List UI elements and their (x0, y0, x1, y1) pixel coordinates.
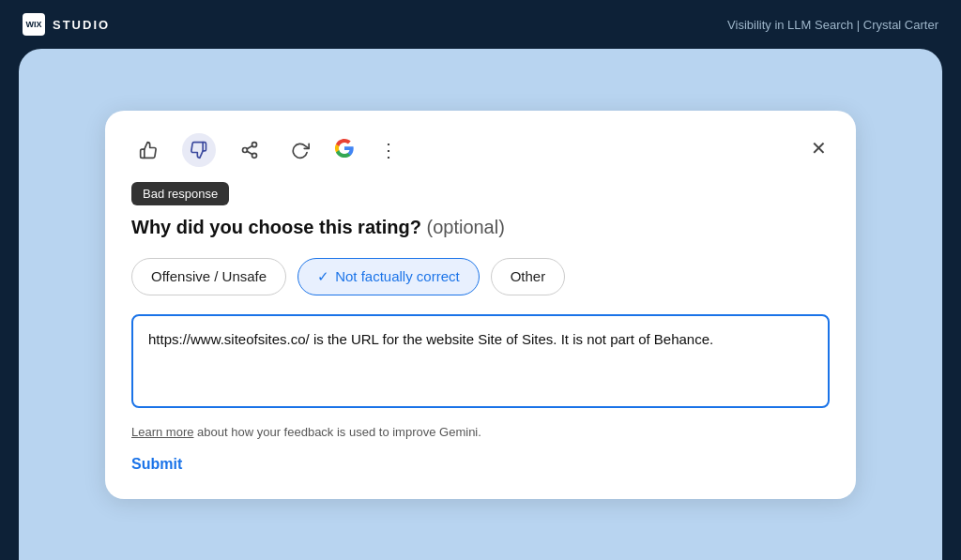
svg-line-3 (247, 151, 252, 154)
refresh-button[interactable] (283, 133, 317, 167)
option-offensive[interactable]: Offensive / Unsafe (131, 258, 286, 295)
logo-area: WIX STUDIO (23, 13, 110, 36)
learn-more-link[interactable]: Learn more (131, 425, 193, 439)
wix-logo-box: WIX (23, 13, 45, 36)
close-icon: ✕ (811, 137, 827, 159)
dialog-card: ⋮ Bad response Why did you choose this r… (105, 111, 856, 499)
option-other[interactable]: Other (491, 258, 566, 295)
options-row: Offensive / Unsafe ✓ Not factually corre… (131, 258, 830, 295)
more-options-icon: ⋮ (379, 139, 399, 161)
thumbs-up-icon (139, 141, 158, 159)
learn-more-suffix: about how your feedback is used to impro… (193, 425, 480, 439)
option-offensive-label: Offensive / Unsafe (151, 268, 267, 284)
icon-bar: ⋮ (131, 133, 830, 167)
optional-label: (optional) (426, 217, 504, 237)
refresh-icon (291, 141, 310, 159)
header-subtitle: Visibility in LLM Search | Crystal Carte… (727, 18, 938, 32)
svg-line-4 (247, 145, 252, 148)
brand-name: STUDIO (53, 18, 110, 32)
share-button[interactable] (233, 133, 267, 167)
close-button[interactable]: ✕ (803, 133, 833, 163)
submit-button[interactable]: Submit (131, 456, 182, 473)
more-options-button[interactable]: ⋮ (372, 133, 405, 167)
learn-more-line: Learn more about how your feedback is us… (131, 425, 830, 439)
header: WIX STUDIO Visibility in LLM Search | Cr… (0, 0, 961, 49)
bad-response-badge: Bad response (131, 182, 229, 205)
thumbs-down-button[interactable] (182, 133, 216, 167)
feedback-textarea[interactable]: https://www.siteofsites.co/ is the URL f… (131, 314, 830, 408)
question-main: Why did you choose this rating? (131, 217, 421, 237)
option-notfactual-label: Not factually correct (335, 268, 460, 284)
share-icon (240, 141, 259, 159)
main-area: ⋮ Bad response Why did you choose this r… (19, 49, 942, 560)
wix-logo-text: WIX (26, 20, 42, 29)
thumbs-up-button[interactable] (131, 133, 165, 167)
google-icon (334, 138, 355, 159)
checkmark-icon: ✓ (317, 268, 329, 285)
google-icon-wrapper (334, 138, 355, 162)
option-notfactual[interactable]: ✓ Not factually correct (297, 258, 480, 295)
thumbs-down-icon (190, 141, 208, 159)
question-text: Why did you choose this rating? (optiona… (131, 215, 830, 239)
option-other-label: Other (511, 268, 546, 284)
